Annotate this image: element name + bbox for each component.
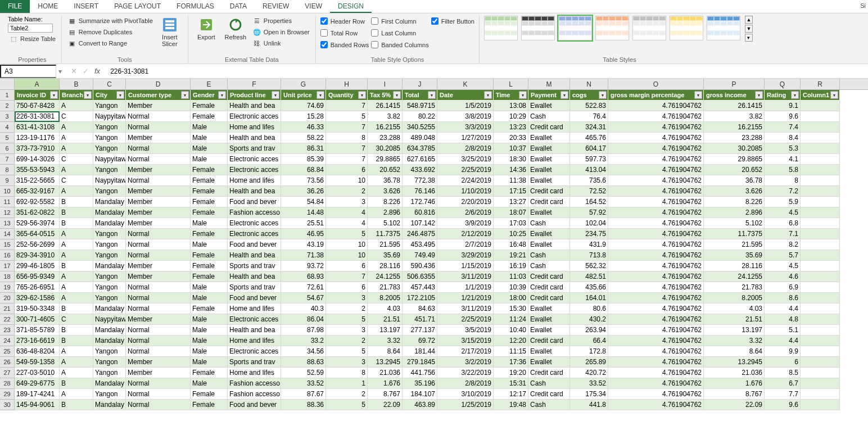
table-header-cell[interactable]: gross margin percentage▼ bbox=[608, 90, 704, 101]
table-header-cell[interactable]: Total▼ bbox=[403, 90, 437, 101]
cell[interactable]: 749.49 bbox=[403, 250, 437, 261]
cell[interactable]: 263.94 bbox=[570, 325, 608, 336]
cell[interactable]: Male bbox=[191, 239, 228, 250]
cell[interactable]: 6 bbox=[326, 261, 368, 271]
column-header[interactable]: F bbox=[228, 79, 281, 89]
cell[interactable]: 21.036 bbox=[368, 368, 403, 378]
cell[interactable]: Member bbox=[126, 261, 191, 271]
cell[interactable]: 181.44 bbox=[403, 346, 437, 357]
cell[interactable]: Sports and trav bbox=[228, 282, 281, 293]
cell[interactable]: Yangon bbox=[93, 165, 126, 175]
cell[interactable]: 36.78 bbox=[704, 175, 765, 186]
cell[interactable]: 656-95-9349 bbox=[15, 271, 60, 282]
row-header[interactable]: 27 bbox=[0, 368, 15, 378]
cell[interactable]: 5 bbox=[326, 314, 368, 325]
cell[interactable]: 7.7 bbox=[765, 389, 801, 400]
cell[interactable]: 172.8 bbox=[570, 346, 608, 357]
cell[interactable]: 15.28 bbox=[281, 111, 326, 122]
cell[interactable]: Normal bbox=[126, 229, 191, 239]
cell[interactable]: Yangon bbox=[93, 101, 126, 111]
name-box-dropdown[interactable]: ▾ bbox=[56, 67, 64, 75]
cell[interactable]: B bbox=[60, 261, 93, 271]
cell[interactable]: Male bbox=[191, 314, 228, 325]
cell[interactable]: 435.66 bbox=[570, 282, 608, 293]
cell[interactable]: 69.72 bbox=[403, 336, 437, 346]
cell[interactable]: 35.69 bbox=[368, 250, 403, 261]
column-header[interactable]: R bbox=[801, 79, 840, 89]
cell[interactable]: Yangon bbox=[93, 346, 126, 357]
cell[interactable]: 463.89 bbox=[403, 400, 437, 410]
cell[interactable]: 631-41-3108 bbox=[15, 122, 60, 133]
cell[interactable]: 4.761904762 bbox=[608, 175, 704, 186]
cell[interactable]: 76.146 bbox=[403, 186, 437, 197]
filter-dropdown-icon[interactable]: ▼ bbox=[393, 91, 401, 99]
cell[interactable]: Female bbox=[191, 111, 228, 122]
cell[interactable]: 1.676 bbox=[368, 378, 403, 389]
cell[interactable]: 3.82 bbox=[704, 111, 765, 122]
cell[interactable]: 80.6 bbox=[570, 303, 608, 314]
row-header[interactable]: 4 bbox=[0, 122, 15, 133]
cell[interactable]: 1/21/2019 bbox=[437, 293, 494, 303]
cell[interactable]: Ewallet bbox=[528, 239, 570, 250]
cell[interactable]: 10 bbox=[326, 250, 368, 261]
cell[interactable]: 10:37 bbox=[494, 143, 528, 154]
cell[interactable]: 20:33 bbox=[494, 133, 528, 143]
cell[interactable]: Male bbox=[191, 357, 228, 368]
cell[interactable]: 3/11/2019 bbox=[437, 303, 494, 314]
cell[interactable]: B bbox=[60, 207, 93, 218]
cell[interactable]: A bbox=[60, 293, 93, 303]
cell[interactable] bbox=[801, 218, 840, 229]
row-header[interactable]: 6 bbox=[0, 143, 15, 154]
row-header[interactable]: 8 bbox=[0, 165, 15, 175]
cell[interactable]: 46.95 bbox=[281, 229, 326, 239]
cell[interactable]: C bbox=[60, 175, 93, 186]
cell[interactable]: 52.59 bbox=[281, 368, 326, 378]
export-button[interactable]: Export bbox=[193, 16, 220, 40]
cell[interactable]: Mandalay bbox=[93, 218, 126, 229]
cell[interactable]: 431.9 bbox=[570, 239, 608, 250]
cell[interactable]: 175.34 bbox=[570, 389, 608, 400]
cell[interactable]: A bbox=[60, 357, 93, 368]
cell[interactable]: 16.2155 bbox=[368, 122, 403, 133]
cell[interactable]: 71.38 bbox=[281, 250, 326, 261]
cell[interactable]: 4.761904762 bbox=[608, 218, 704, 229]
cell[interactable]: 2/25/2019 bbox=[437, 165, 494, 175]
cell[interactable]: 76.4 bbox=[570, 111, 608, 122]
row-header[interactable]: 21 bbox=[0, 303, 15, 314]
row-header[interactable]: 22 bbox=[0, 314, 15, 325]
filter-dropdown-icon[interactable]: ▼ bbox=[50, 91, 58, 99]
cell[interactable]: B bbox=[60, 197, 93, 207]
cell[interactable]: C bbox=[60, 314, 93, 325]
cell[interactable]: 1/27/2019 bbox=[437, 133, 494, 143]
cell[interactable]: Normal bbox=[126, 303, 191, 314]
cell[interactable]: Male bbox=[191, 282, 228, 293]
cell[interactable]: 2/24/2019 bbox=[437, 175, 494, 186]
cell[interactable] bbox=[801, 122, 840, 133]
cell[interactable]: 7.2 bbox=[765, 186, 801, 197]
column-header[interactable]: E bbox=[191, 79, 228, 89]
cell[interactable]: 351-62-0822 bbox=[15, 207, 60, 218]
cell[interactable]: 10:39 bbox=[494, 282, 528, 293]
cell[interactable]: 3/8/2019 bbox=[437, 111, 494, 122]
cell[interactable]: 16:48 bbox=[494, 239, 528, 250]
cell[interactable]: 590.436 bbox=[403, 261, 437, 271]
cell[interactable]: 6 bbox=[326, 165, 368, 175]
cell[interactable]: Normal bbox=[126, 239, 191, 250]
cell[interactable]: 430.2 bbox=[570, 314, 608, 325]
cell[interactable]: 9.6 bbox=[765, 111, 801, 122]
cell[interactable]: 765-26-6951 bbox=[15, 282, 60, 293]
cell[interactable]: Home and lifes bbox=[228, 122, 281, 133]
cell[interactable]: 649-29-6775 bbox=[15, 378, 60, 389]
cell[interactable]: Male bbox=[191, 378, 228, 389]
cell[interactable]: 46.33 bbox=[281, 122, 326, 133]
cell[interactable]: Member bbox=[126, 271, 191, 282]
filter-dropdown-icon[interactable]: ▼ bbox=[317, 91, 324, 99]
cell[interactable]: 16:19 bbox=[494, 261, 528, 271]
cell[interactable]: 4.761904762 bbox=[608, 368, 704, 378]
cell[interactable]: 735.6 bbox=[570, 175, 608, 186]
cell[interactable]: Female bbox=[191, 101, 228, 111]
cell[interactable]: Electronic acces bbox=[228, 229, 281, 239]
cell[interactable]: 4.761904762 bbox=[608, 282, 704, 293]
total-row-check[interactable]: Total Row bbox=[320, 28, 369, 38]
cell[interactable]: Yangon bbox=[93, 293, 126, 303]
